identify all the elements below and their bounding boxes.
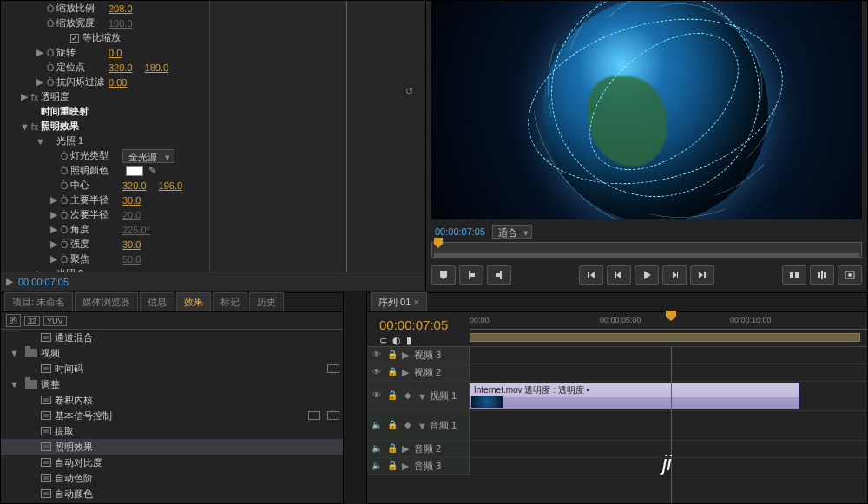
track-lane[interactable]: [470, 347, 867, 363]
fx-timecode[interactable]: 00:00:07:05: [18, 277, 69, 287]
goto-out-button[interactable]: [690, 265, 714, 285]
effects-folder[interactable]: ▼视频: [1, 345, 343, 361]
filter-chip[interactable]: 的: [6, 314, 21, 327]
track-twirl-icon[interactable]: ▶: [402, 367, 411, 378]
effects-item[interactable]: 时间码: [1, 361, 343, 376]
goto-in-button[interactable]: [579, 265, 603, 285]
track-lane[interactable]: [470, 364, 867, 381]
filter-chip[interactable]: YUV: [43, 316, 67, 326]
twirl-icon[interactable]: ▶: [49, 253, 58, 265]
effects-item[interactable]: 通道混合: [1, 330, 343, 345]
panel-tab[interactable]: 历史: [249, 292, 284, 311]
fx-keyframe-area[interactable]: [209, 1, 424, 272]
track-twirl-icon[interactable]: ▶: [402, 443, 411, 455]
stopwatch-icon[interactable]: Ò: [44, 77, 56, 88]
lock-icon[interactable]: 🔒: [386, 420, 398, 432]
timeline-timecode[interactable]: 00:00:07:05: [379, 317, 448, 332]
sync-lock-icon[interactable]: ◆: [402, 420, 414, 432]
property-value[interactable]: 30.0: [122, 239, 141, 250]
stopwatch-icon[interactable]: Ò: [44, 62, 56, 73]
twirl-icon[interactable]: ▼: [36, 136, 44, 147]
effects-item[interactable]: 照明效果: [1, 439, 343, 455]
export-frame-button[interactable]: [838, 265, 862, 285]
snap-icon[interactable]: ⊂: [379, 335, 387, 346]
program-scrubber[interactable]: [431, 242, 862, 258]
color-swatch[interactable]: [126, 166, 143, 176]
twirl-icon[interactable]: ▶: [49, 194, 58, 206]
effects-item[interactable]: 卷积内核: [1, 392, 343, 408]
effects-item[interactable]: 自动对比度: [1, 455, 343, 470]
stopwatch-icon[interactable]: Ò: [58, 210, 70, 220]
work-area-bar[interactable]: [470, 333, 860, 342]
add-marker-button[interactable]: [431, 265, 456, 285]
track-header[interactable]: 🔈🔒▶音频 2: [367, 441, 470, 457]
play-button[interactable]: [635, 265, 659, 285]
twirl-icon[interactable]: ▶: [36, 76, 44, 88]
lock-icon[interactable]: 🔒: [386, 461, 398, 473]
track-lane[interactable]: Internet.mov 透明度 : 透明度 •: [470, 382, 867, 410]
reset-effect-icon[interactable]: ↺: [405, 86, 413, 97]
track-header[interactable]: 🔈🔒◆▼音频 1: [367, 411, 470, 440]
mark-in-button[interactable]: [459, 265, 483, 285]
timeline-playhead[interactable]: [671, 347, 672, 503]
twirl-icon[interactable]: ▼: [20, 121, 29, 132]
stopwatch-icon[interactable]: Ò: [58, 166, 70, 176]
lift-button[interactable]: [782, 265, 806, 285]
program-playhead-marker[interactable]: [434, 238, 443, 248]
effects-item[interactable]: 自动颜色: [1, 486, 343, 501]
lock-icon[interactable]: 🔒: [386, 367, 398, 379]
lock-icon[interactable]: 🔒: [386, 443, 398, 455]
mark-out-button[interactable]: [487, 265, 511, 285]
effects-item[interactable]: 提取: [1, 423, 343, 439]
fx-playhead[interactable]: [346, 1, 347, 272]
stopwatch-icon[interactable]: Ò: [58, 239, 70, 250]
property-value[interactable]: 180.0: [145, 62, 169, 73]
mute-icon[interactable]: 🔈: [371, 461, 383, 473]
property-value[interactable]: 208.0: [108, 3, 133, 14]
track-header[interactable]: 👁🔒▶视频 2: [367, 364, 470, 381]
property-value[interactable]: 0.0: [108, 48, 122, 58]
program-timecode[interactable]: 00:00:07:05: [435, 226, 485, 237]
track-header[interactable]: 🔈🔒▶音频 3: [367, 458, 470, 475]
stopwatch-icon[interactable]: Ò: [58, 180, 70, 191]
fx-twirl-icon[interactable]: ▶: [6, 276, 13, 287]
twirl-icon[interactable]: ▶: [49, 224, 58, 235]
step-fwd-button[interactable]: [662, 265, 687, 285]
property-value[interactable]: 20.0: [122, 210, 141, 220]
stopwatch-icon[interactable]: Ò: [58, 254, 70, 265]
twirl-icon[interactable]: ▼: [10, 379, 22, 389]
property-value[interactable]: 320.0: [122, 180, 147, 191]
twirl-icon[interactable]: ▶: [36, 47, 44, 58]
sync-icon[interactable]: ◐: [392, 335, 401, 346]
lock-icon[interactable]: 🔒: [386, 350, 398, 362]
track-header[interactable]: 👁🔒◆▼视频 1: [367, 382, 470, 410]
stopwatch-icon[interactable]: Ò: [44, 18, 56, 29]
property-value[interactable]: 30.0: [122, 195, 141, 206]
track-twirl-icon[interactable]: ▼: [418, 391, 426, 402]
step-back-button[interactable]: [607, 265, 631, 285]
track-twirl-icon[interactable]: ▼: [418, 421, 426, 431]
stopwatch-icon[interactable]: Ò: [58, 195, 70, 206]
track-twirl-icon[interactable]: ▶: [402, 350, 411, 361]
effects-tree[interactable]: 通道混合▼视频时间码▼调整卷积内核基本信号控制提取照明效果自动对比度自动色阶自动…: [1, 330, 343, 503]
effects-folder[interactable]: ▼调整: [1, 376, 343, 392]
property-value[interactable]: 196.0: [159, 180, 183, 191]
property-value[interactable]: 50.0: [122, 254, 141, 265]
toggle-output-icon[interactable]: 👁: [371, 350, 383, 362]
stopwatch-icon[interactable]: Ò: [44, 3, 56, 14]
panel-tab[interactable]: 标记: [213, 292, 247, 311]
property-value[interactable]: 0.00: [108, 77, 127, 88]
twirl-icon[interactable]: ▶: [20, 91, 29, 102]
twirl-icon[interactable]: ▶: [49, 209, 58, 220]
mute-icon[interactable]: 🔈: [371, 443, 383, 455]
zoom-dropdown[interactable]: 适合: [492, 225, 532, 239]
stopwatch-icon[interactable]: Ò: [58, 151, 70, 161]
effects-item[interactable]: 自动色阶: [1, 470, 343, 486]
toggle-output-icon[interactable]: 👁: [371, 390, 383, 403]
panel-tab[interactable]: 信息: [140, 292, 174, 311]
panel-tab[interactable]: 项目: 未命名: [4, 292, 73, 311]
sync-lock-icon[interactable]: ◆: [402, 390, 414, 403]
twirl-icon[interactable]: ▼: [10, 348, 22, 358]
eyedropper-icon[interactable]: ✎: [148, 165, 156, 176]
light-type-dropdown[interactable]: 全光源: [122, 149, 174, 163]
